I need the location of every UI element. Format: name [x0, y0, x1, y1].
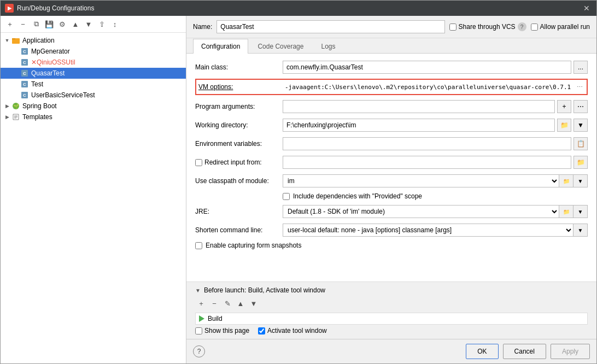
settings-config-button[interactable]: ⚙ — [56, 18, 68, 30]
main-class-row: Main class: ... — [195, 60, 588, 74]
working-dir-label: Working directory: — [195, 121, 283, 129]
application-label: Application — [22, 37, 55, 44]
working-dir-expand-button[interactable]: ▼ — [573, 119, 588, 132]
qiniu-icon: C — [20, 58, 29, 67]
working-dir-browse-button[interactable]: 📁 — [557, 119, 571, 132]
launch-up-button[interactable]: ▲ — [235, 297, 247, 309]
help-button[interactable]: ? — [193, 345, 205, 357]
sort-config-button[interactable]: ↕ — [109, 18, 121, 30]
tree-node-userbasicservicetest[interactable]: C UserBasicServiceTest — [1, 90, 186, 101]
application-expander[interactable]: ▼ — [3, 36, 11, 45]
launch-down-button[interactable]: ▼ — [248, 297, 260, 309]
enable-snapshots-checkbox[interactable] — [195, 242, 202, 249]
jre-expand-button[interactable]: ▼ — [573, 205, 588, 218]
env-vars-browse-button[interactable]: 📋 — [573, 137, 588, 150]
program-args-expand-button[interactable]: ⋯ — [573, 100, 588, 113]
tree-node-application[interactable]: ▼ Application — [1, 35, 186, 46]
classpath-select[interactable]: im — [283, 174, 559, 187]
shorten-cmd-expand-button[interactable]: ▼ — [573, 224, 588, 237]
save-config-button[interactable]: 💾 — [43, 18, 55, 30]
include-deps-checkbox[interactable] — [283, 193, 290, 200]
apply-button[interactable]: Apply — [551, 344, 590, 359]
jre-browse-button[interactable]: 📁 — [559, 205, 573, 218]
tab-configuration[interactable]: Configuration — [193, 39, 248, 54]
templates-expander[interactable]: ▶ — [3, 113, 11, 121]
remove-config-button[interactable]: − — [17, 18, 29, 30]
svg-text:🌱: 🌱 — [13, 103, 20, 110]
tree-node-quasartest[interactable]: C QuasarTest — [1, 68, 186, 79]
title-bar: ▶ Run/Debug Configurations ✕ — [1, 1, 596, 16]
move-up-button[interactable]: ▲ — [69, 18, 81, 30]
jre-label: JRE: — [195, 208, 283, 215]
tree-node-test[interactable]: C Test — [1, 79, 186, 90]
launch-build-item[interactable]: Build — [195, 313, 588, 325]
jre-select-group: Default (1.8 - SDK of 'im' module) 📁 ▼ — [283, 205, 588, 218]
userbasic-icon: C — [20, 91, 29, 99]
main-class-browse-button[interactable]: ... — [573, 61, 588, 74]
share-vcs-help-icon[interactable]: ? — [518, 22, 526, 31]
allow-parallel-label: Allow parallel run — [540, 23, 590, 31]
dialog-body: + − ⧉ 💾 ⚙ ▲ ▼ ⇧ ↕ ▼ Application — [1, 16, 596, 363]
vm-options-expand-button[interactable]: ⋯ — [573, 81, 586, 93]
build-run-icon — [199, 315, 204, 322]
classpath-expand-button[interactable]: ▼ — [573, 174, 588, 187]
bottom-options: Show this page Activate tool window — [195, 327, 588, 334]
redirect-input-field[interactable] — [283, 156, 571, 169]
copy-config-button[interactable]: ⧉ — [30, 18, 42, 30]
launch-remove-button[interactable]: − — [208, 297, 220, 309]
redirect-browse-button[interactable]: 📁 — [573, 156, 588, 169]
share-vcs-checkbox[interactable] — [449, 24, 456, 31]
show-page-label: Show this page — [204, 327, 249, 334]
tree-node-qiniuossutil[interactable]: C ✕QiniuOSSUtil — [1, 57, 186, 68]
add-config-button[interactable]: + — [4, 18, 16, 30]
svg-text:C: C — [23, 82, 26, 87]
env-vars-input[interactable] — [283, 137, 571, 150]
footer: ? OK Cancel Apply — [186, 339, 596, 363]
vm-options-label[interactable]: VM options: — [197, 83, 283, 91]
userbasic-label: UserBasicServiceTest — [31, 91, 95, 99]
jre-select[interactable]: Default (1.8 - SDK of 'im' module) — [283, 205, 559, 218]
shorten-cmd-select[interactable]: user-local default: none - java [options… — [283, 224, 573, 237]
redirect-input-checkbox[interactable] — [195, 159, 202, 166]
quasar-label: QuasarTest — [31, 69, 65, 77]
springboot-expander[interactable]: ▶ — [3, 102, 11, 110]
templates-label: Templates — [22, 113, 52, 121]
program-args-add-button[interactable]: + — [557, 100, 571, 113]
templates-icon — [11, 113, 20, 121]
name-input[interactable] — [216, 20, 444, 33]
vm-options-input[interactable] — [283, 81, 573, 93]
tab-logs[interactable]: Logs — [313, 39, 343, 54]
program-args-input[interactable] — [283, 100, 555, 113]
show-page-checkbox[interactable] — [195, 327, 202, 334]
tab-code-coverage[interactable]: Code Coverage — [249, 39, 312, 54]
tree-node-mpgenerator[interactable]: C MpGenerator — [1, 46, 186, 57]
launch-expander[interactable]: ▼ — [195, 287, 201, 293]
launch-header: ▼ Before launch: Build, Activate tool wi… — [195, 286, 588, 294]
allow-parallel-checkbox[interactable] — [531, 24, 538, 31]
shorten-cmd-label: Shorten command line: — [195, 226, 283, 234]
launch-edit-button[interactable]: ✎ — [221, 297, 233, 309]
launch-add-button[interactable]: + — [195, 297, 207, 309]
quasar-expander — [11, 69, 20, 78]
dialog-window: ▶ Run/Debug Configurations ✕ + − ⧉ 💾 ⚙ ▲… — [0, 0, 597, 364]
classpath-row: Use classpath of module: im 📁 ▼ — [195, 174, 588, 188]
show-page-option: Show this page — [195, 327, 249, 334]
redirect-input-row: Redirect input from: 📁 — [195, 155, 588, 169]
move-down-button[interactable]: ▼ — [83, 18, 95, 30]
classpath-select-group: im 📁 ▼ — [283, 174, 588, 187]
svg-rect-1 — [12, 38, 15, 39]
cancel-button[interactable]: Cancel — [503, 344, 546, 359]
tree-node-springboot[interactable]: ▶ 🌱 Spring Boot — [1, 101, 186, 111]
ok-button[interactable]: OK — [466, 344, 498, 359]
test-expander — [11, 80, 20, 89]
svg-text:C: C — [23, 49, 26, 54]
close-button[interactable]: ✕ — [581, 3, 592, 14]
working-dir-input[interactable] — [283, 119, 555, 132]
tree-node-templates[interactable]: ▶ Templates — [1, 111, 186, 122]
share-config-button[interactable]: ⇧ — [96, 18, 108, 30]
svg-text:C: C — [23, 71, 26, 76]
classpath-browse-button[interactable]: 📁 — [559, 174, 573, 187]
main-class-input[interactable] — [283, 61, 571, 74]
allow-parallel-area: Allow parallel run — [531, 23, 590, 31]
activate-window-checkbox[interactable] — [258, 327, 265, 334]
